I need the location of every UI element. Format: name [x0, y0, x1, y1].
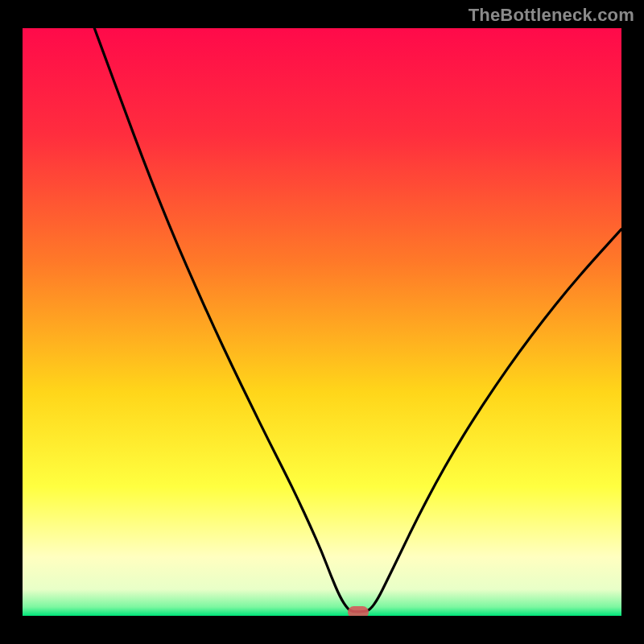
- plot-area: [23, 28, 621, 616]
- optimal-point-marker: [348, 606, 369, 616]
- bottleneck-curve: [23, 28, 621, 616]
- watermark-text: TheBottleneck.com: [469, 5, 634, 26]
